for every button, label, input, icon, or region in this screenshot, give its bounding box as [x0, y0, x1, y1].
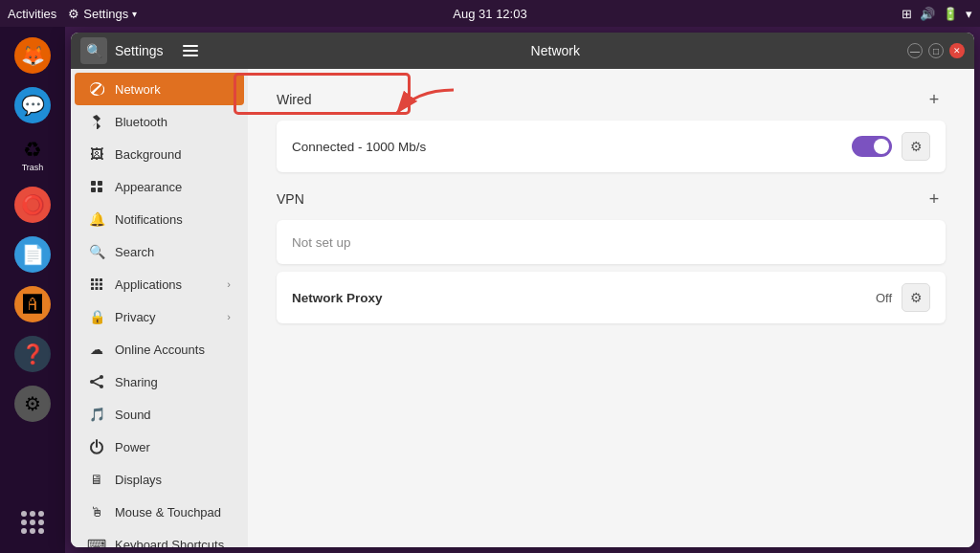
activities-button[interactable]: Activities: [8, 7, 56, 21]
chat-icon: 💬: [14, 87, 51, 123]
topbar-left: Activities ⚙ Settings ▾: [8, 7, 137, 21]
bluetooth-icon: [88, 113, 105, 130]
titlebar-left: 🔍 Settings: [80, 37, 204, 64]
topbar-right: ⊞ 🔊 🔋 ▾: [902, 7, 972, 21]
svg-rect-5: [91, 278, 94, 281]
appearance-icon: [88, 178, 105, 195]
grid-icon: [21, 511, 44, 534]
svg-rect-12: [96, 287, 99, 290]
privacy-chevron: ›: [227, 311, 231, 322]
wired-toggle[interactable]: [852, 136, 892, 157]
sidebar-item-displays[interactable]: 🖥 Displays: [75, 463, 244, 496]
sidebar: Network Bluetooth 🖼 Background: [71, 69, 248, 547]
svg-line-18: [92, 382, 101, 387]
settings-sidebar-title: Settings: [115, 43, 164, 58]
sidebar-item-sound[interactable]: 🎵 Sound: [75, 398, 244, 431]
keyboard-icon: ⌨: [88, 536, 105, 547]
system-menu-icon[interactable]: ▾: [966, 7, 972, 21]
network-icon: [88, 80, 105, 98]
svg-rect-8: [91, 283, 94, 286]
minimize-button[interactable]: —: [907, 43, 923, 58]
sidebar-item-privacy[interactable]: 🔒 Privacy ›: [75, 300, 244, 333]
svg-rect-7: [100, 278, 102, 281]
settings-body: Network Bluetooth 🖼 Background: [71, 69, 974, 547]
settings-icon: ⚙: [14, 386, 51, 422]
wired-status-label: Connected - 1000 Mb/s: [292, 140, 852, 154]
keyboard-label: Keyboard Shortcuts: [115, 538, 231, 548]
volume-icon[interactable]: 🔊: [920, 7, 935, 21]
svg-line-17: [92, 377, 101, 382]
taskbar-item-help[interactable]: ❓: [10, 331, 56, 377]
vpn-add-button[interactable]: +: [923, 188, 946, 210]
sidebar-item-sharing[interactable]: Sharing: [75, 365, 244, 398]
sidebar-item-network[interactable]: Network: [75, 73, 244, 105]
search-icon: 🔍: [88, 243, 105, 260]
taskbar-grid-button[interactable]: [10, 499, 56, 545]
mouse-label: Mouse & Touchpad: [115, 505, 231, 520]
close-button[interactable]: ✕: [949, 43, 965, 58]
battery-icon[interactable]: 🔋: [943, 7, 958, 21]
online-accounts-icon: ☁: [88, 341, 105, 358]
online-accounts-label: Online Accounts: [115, 343, 231, 357]
search-button[interactable]: 🔍: [80, 37, 107, 64]
taskbar: 🦊 💬 ♻ Trash ⭕ 📄 🅰 ❓ ⚙: [0, 27, 65, 553]
sidebar-item-applications[interactable]: Applications ›: [75, 268, 244, 300]
sidebar-item-bluetooth[interactable]: Bluetooth: [75, 105, 244, 138]
main-area: 🦊 💬 ♻ Trash ⭕ 📄 🅰 ❓ ⚙: [0, 27, 980, 553]
svg-rect-3: [91, 188, 96, 192]
taskbar-item-appstore[interactable]: 🅰: [10, 281, 56, 327]
hamburger-line: [183, 45, 198, 47]
topbar: Activities ⚙ Settings ▾ Aug 31 12:03 ⊞ 🔊…: [0, 0, 980, 27]
content-area: Wired + Connected - 1000 Mb/s ⚙ VPN + No…: [248, 69, 974, 547]
sidebar-item-online-accounts[interactable]: ☁ Online Accounts: [75, 333, 244, 365]
proxy-card: Network Proxy Off ⚙: [277, 272, 946, 323]
taskbar-item-settings[interactable]: ⚙: [10, 381, 56, 427]
sidebar-item-background[interactable]: 🖼 Background: [75, 138, 244, 170]
search-label: Search: [115, 245, 231, 259]
maximize-button[interactable]: □: [928, 43, 944, 58]
gear-small-icon: ⚙: [68, 7, 79, 21]
sidebar-item-power[interactable]: Power: [75, 431, 244, 463]
hamburger-line: [183, 55, 198, 56]
sidebar-item-mouse-touchpad[interactable]: 🖱 Mouse & Touchpad: [75, 496, 244, 528]
taskbar-bottom: [10, 499, 56, 553]
power-label: Power: [115, 440, 231, 454]
taskbar-item-firefox[interactable]: 🦊: [10, 33, 56, 78]
applications-icon: [88, 276, 105, 293]
sidebar-item-search[interactable]: 🔍 Search: [75, 235, 244, 268]
proxy-settings-button[interactable]: ⚙: [902, 283, 930, 312]
svg-rect-2: [98, 181, 102, 186]
vpn-card: Not set up: [277, 220, 946, 264]
network-label: Network: [115, 82, 231, 97]
svg-rect-6: [96, 278, 99, 281]
sharing-label: Sharing: [115, 375, 231, 389]
mouse-icon: 🖱: [88, 503, 105, 520]
sidebar-item-keyboard[interactable]: ⌨ Keyboard Shortcuts: [75, 528, 244, 547]
power-icon: [88, 438, 105, 455]
wired-card: Connected - 1000 Mb/s ⚙: [277, 121, 946, 172]
dropdown-icon: ▾: [132, 9, 137, 19]
hamburger-button[interactable]: [177, 37, 204, 64]
displays-label: Displays: [115, 473, 231, 487]
help-icon: ❓: [14, 336, 51, 372]
taskbar-item-doc[interactable]: 📄: [10, 232, 56, 277]
window-title: Network: [204, 43, 907, 58]
wired-settings-button[interactable]: ⚙: [902, 132, 930, 161]
taskbar-item-chat[interactable]: 💬: [10, 82, 56, 128]
bluetooth-label: Bluetooth: [115, 115, 231, 129]
background-icon: 🖼: [88, 145, 105, 163]
privacy-icon: 🔒: [88, 308, 105, 325]
taskbar-item-trash[interactable]: ♻ Trash: [10, 132, 56, 178]
firefox-icon: 🦊: [14, 37, 51, 74]
notifications-label: Notifications: [115, 212, 231, 227]
sidebar-item-appearance[interactable]: Appearance: [75, 170, 244, 203]
privacy-label: Privacy: [115, 310, 217, 324]
sidebar-item-notifications[interactable]: 🔔 Notifications: [75, 203, 244, 235]
svg-rect-10: [100, 283, 102, 286]
taskbar-item-circle[interactable]: ⭕: [10, 182, 56, 228]
wired-add-button[interactable]: +: [923, 88, 946, 111]
wired-section-header: Wired +: [277, 88, 946, 111]
appstore-icon: 🅰: [14, 286, 51, 322]
network-status-icon: ⊞: [902, 7, 912, 21]
hamburger-line: [183, 50, 198, 52]
